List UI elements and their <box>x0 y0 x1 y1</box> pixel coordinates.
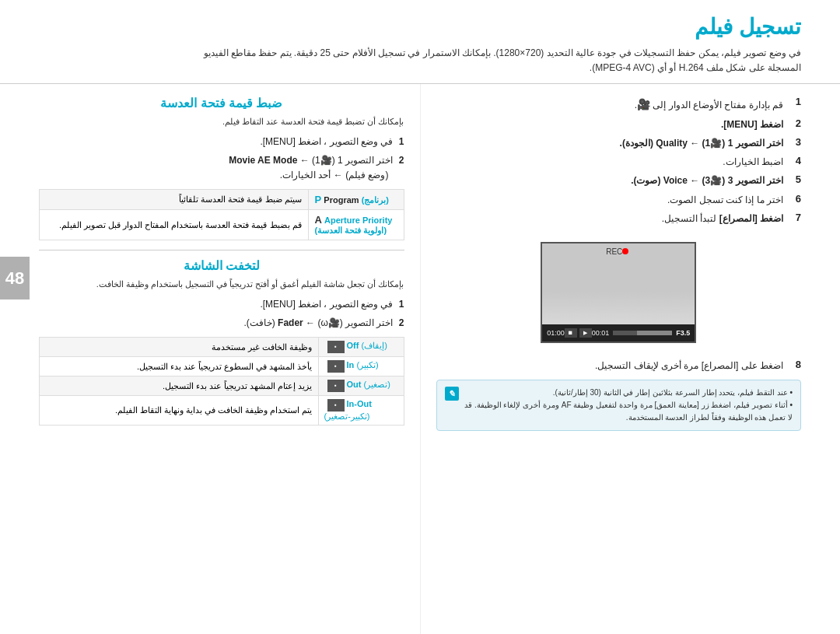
aperture-label-en: Aperture Priority <box>324 215 392 225</box>
cam-icon-2: ⏹ <box>565 328 577 338</box>
table-row: P Program (برنامج) سيتم ضبط قيمة فتحة ال… <box>40 190 404 210</box>
notes-box: ✎ • عند التقط فيلم، يتحدد إطار السرعة بث… <box>436 380 802 431</box>
note-icon: ✎ <box>445 387 459 401</box>
time-remaining: 01:00 <box>547 329 565 337</box>
table-row: ▪ Off (إيقاف) وظيفة الخافت غير مستخدمة <box>40 338 404 357</box>
camera-icons: ▶ ⏹ <box>565 328 592 338</box>
fader-inout-label: ▪ In-Out (تكبير-تصغير) <box>318 396 404 426</box>
rec-label: REC <box>606 247 622 256</box>
fader-in-desc: يأخذ المشهد في السطوع تدريجياً عند بدء ا… <box>40 357 319 377</box>
camera-bottom-bar: F3.5 00:01 ▶ ⏹ 01:00 <box>542 324 695 342</box>
fader-step2: 2 اختر التصوير (🎥ω) ← Fader (خافت). <box>39 316 404 331</box>
page-number: 48 <box>0 257 30 299</box>
aperture-options-table: P Program (برنامج) سيتم ضبط قيمة فتحة ال… <box>39 189 404 240</box>
aperture-description: قم بضبط قيمة فتحة العدسة باستخدام المفتا… <box>40 210 309 240</box>
step2-mode: Movie AE Mode <box>229 155 297 166</box>
divider <box>39 250 404 250</box>
right-step-8: 8 اضغط على [المصراع] مرة أخرى لإيقاف الت… <box>436 359 802 373</box>
page-title: تسجيل فيلم <box>47 14 801 40</box>
right-column: 1 قم بإدارة مفتاح الأوضاع الدوار إلى 🎥. … <box>421 84 841 634</box>
fader-inout-desc: يتم استخدام وظيفة الخافت في بداية ونهاية… <box>40 396 319 426</box>
page-container: 48 تسجيل فيلم في وضع تصوير فيلم، يمكن حف… <box>0 0 840 634</box>
aperture-section-title: ضبط قيمة فتحة العدسة <box>39 96 404 110</box>
timeline-fill <box>637 331 673 335</box>
table-row: ▪ In-Out (تكبير-تصغير) يتم استخدام وظيفة… <box>40 396 404 426</box>
desc-line1: في وضع تصوير فيلم، يمكن حفظ التسجيلات في… <box>204 47 801 58</box>
header-description: في وضع تصوير فيلم، يمكن حفظ التسجيلات في… <box>47 46 801 75</box>
camera-preview-container: REC F3.5 00:01 ▶ <box>436 234 802 351</box>
rec-indicator: REC <box>606 247 631 256</box>
right-step-6: 6 اختر ما إذا كنت تسجل الصوت. <box>436 193 802 208</box>
desc-line2: المسجلة على شكل ملف H.264 أو أي (MPEG-4 … <box>590 62 801 73</box>
table-row: A Aperture Priority (اولوية فتحة العدسة)… <box>40 210 404 240</box>
fader-table: ▪ Off (إيقاف) وظيفة الخافت غير مستخدمة ▪… <box>39 337 404 426</box>
right-step-2: 2 اضغط [MENU]. <box>436 117 802 132</box>
fader-step1: 1 في وضع التصوير ، اضغط [MENU]. <box>39 297 404 312</box>
note-2: أثناء تصوير فيلم، اضغط زر [معاينة العمق]… <box>464 401 793 422</box>
aperture-step2: 2 اختر التصوير 1 (🎥1) ← Movie AE Mode (و… <box>39 153 404 183</box>
main-content: ضبط قيمة فتحة العدسة بإمكانك أن تضبط قيم… <box>0 84 840 634</box>
aperture-label-ar: (اولوية فتحة العدسة) <box>315 226 387 235</box>
fader-subtitle: بإمكانك أن تجعل شاشة الفيلم أغمق أو أفتح… <box>39 278 404 291</box>
option-aperture-icon: A Aperture Priority (اولوية فتحة العدسة) <box>308 210 404 240</box>
camera-preview: REC F3.5 00:01 ▶ <box>541 242 696 343</box>
rec-dot <box>622 248 628 254</box>
right-step-1: 1 قم بإدارة مفتاح الأوضاع الدوار إلى 🎥. <box>436 96 802 113</box>
program-label-en: Program <box>324 195 359 205</box>
aperture-subtitle: بإمكانك أن تضبط قيمة فتحة العدسة عند الت… <box>39 115 404 128</box>
left-column: ضبط قيمة فتحة العدسة بإمكانك أن تضبط قيم… <box>0 84 421 634</box>
aperture-step1: 1 في وضع التصوير ، اضغط [MENU]. <box>39 135 404 149</box>
step-num: 1 <box>399 136 404 147</box>
fader-mode: Fader <box>278 317 303 328</box>
program-label-ar: (برنامج) <box>362 195 389 205</box>
right-step-7: 7 اضغط [المصراع] لتبدأ التسجيل. <box>436 212 802 226</box>
fader-off-desc: وظيفة الخافت غير مستخدمة <box>40 338 319 357</box>
step-num2: 2 <box>399 155 404 166</box>
note-1: عند التقط فيلم، يتحدد إطار السرعة بثلاثي… <box>553 388 788 397</box>
cam-icon-1: ▶ <box>579 328 592 338</box>
fader-off-label: ▪ Off (إيقاف) <box>318 338 404 357</box>
time-elapsed: 00:01 <box>592 329 610 337</box>
header-section: تسجيل فيلم في وضع تصوير فيلم، يمكن حفظ ا… <box>0 0 840 84</box>
table-row: ▪ In (تكبير) يأخذ المشهد في السطوع تدريج… <box>40 357 404 377</box>
timeline-bar <box>613 331 672 335</box>
right-step-5: 5 اختر التصوير 3 (🎥3) ← Voice (صوت). <box>436 173 802 188</box>
fader-in-label: ▪ In (تكبير) <box>318 357 404 377</box>
fader-out-desc: يزيد إعتام المشهد تدريجياً عند بدء التسج… <box>40 377 319 396</box>
program-description: سيتم ضبط قيمة فتحة العدسة تلقائياً <box>40 190 309 210</box>
right-step-3: 3 اختر التصوير 1 (🎥1) ← Quality (الجودة)… <box>436 136 802 151</box>
right-step-4: 4 اضبط الخيارات. <box>436 155 802 170</box>
aperture-value: F3.5 <box>676 329 690 337</box>
table-row: ▪ Out (تصغير) يزيد إعتام المشهد تدريجياً… <box>40 377 404 396</box>
fader-out-label: ▪ Out (تصغير) <box>318 377 404 396</box>
note-content: • عند التقط فيلم، يتحدد إطار السرعة بثلا… <box>445 387 793 424</box>
right-steps: 1 قم بإدارة مفتاح الأوضاع الدوار إلى 🎥. … <box>436 96 802 431</box>
option-program-icon: P Program (برنامج) <box>308 190 404 210</box>
fader-section-title: لتخفت الشاشة <box>39 258 404 273</box>
